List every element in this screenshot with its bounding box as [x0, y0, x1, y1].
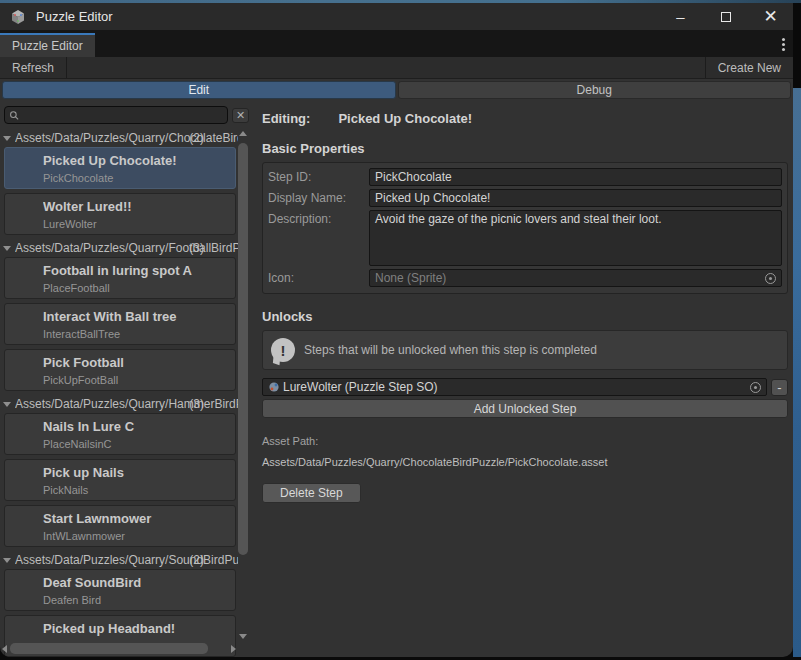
group-path: Assets/Data/Puzzles/Quarry/HammerBirdPuz… — [15, 397, 238, 411]
remove-unlocked-step-button[interactable]: - — [771, 379, 788, 396]
step-id-subtitle: InteractBallTree — [43, 328, 231, 340]
icon-object-field[interactable]: None (Sprite) — [369, 269, 782, 287]
scroll-left-icon[interactable] — [2, 645, 7, 653]
toolbar-divider — [66, 57, 67, 78]
close-button[interactable]: ✕ — [748, 3, 793, 30]
background-strip-right — [793, 88, 801, 657]
add-unlocked-step-button[interactable]: Add Unlocked Step — [262, 399, 788, 418]
unlocks-header: Unlocks — [262, 309, 788, 324]
puzzle-step-item[interactable]: Picked Up Chocolate!PickChocolate — [4, 147, 236, 189]
object-picker-icon[interactable] — [765, 273, 776, 284]
title-bar[interactable]: Puzzle Editor – ✕ — [0, 3, 793, 30]
puzzle-step-item[interactable]: Pick up NailsPickNails — [4, 459, 236, 501]
search-box[interactable] — [4, 106, 228, 124]
tab-label: Puzzle Editor — [12, 39, 83, 53]
step-list-sidebar: ✕ Assets/Data/Puzzles/Quarry/ChocolateBi… — [0, 101, 250, 657]
scroll-right-icon[interactable] — [231, 645, 236, 653]
foldout-triangle-icon — [3, 136, 11, 141]
delete-step-button[interactable]: Delete Step — [262, 483, 361, 503]
unlocks-helpbox: ! Steps that will be unlocked when this … — [262, 330, 788, 370]
toolbar: Refresh Create New — [0, 57, 793, 79]
group-path: Assets/Data/Puzzles/Quarry/SoundBirdPuzz… — [15, 553, 238, 567]
tab-puzzle-editor[interactable]: Puzzle Editor — [0, 33, 95, 57]
vertical-scroll-thumb[interactable] — [238, 143, 248, 555]
editing-value: Picked Up Chocolate! — [338, 111, 472, 126]
puzzle-step-item[interactable]: Interact With Ball treeInteractBallTree — [4, 303, 236, 345]
foldout-triangle-icon — [3, 246, 11, 251]
minimize-button[interactable]: – — [658, 3, 703, 30]
editing-label: Editing: — [262, 111, 310, 126]
step-id-subtitle: Deafen Bird — [43, 594, 231, 606]
tab-edit[interactable]: Edit — [2, 81, 396, 99]
cube-app-icon — [10, 9, 26, 25]
horizontal-scroll-thumb[interactable] — [10, 643, 208, 654]
tree-group-header[interactable]: Assets/Data/Puzzles/Quarry/ChocolateBird… — [0, 129, 238, 147]
kebab-menu-icon[interactable] — [782, 38, 785, 51]
puzzle-step-item[interactable]: Nails In Lure CPlaceNailsinC — [4, 413, 236, 455]
group-path: Assets/Data/Puzzles/Quarry/ChocolateBird… — [15, 131, 238, 145]
search-row: ✕ — [0, 101, 250, 128]
step-id-field[interactable]: PickChocolate — [369, 168, 782, 186]
step-title: Interact With Ball tree — [43, 309, 231, 324]
step-title: Wolter Lured!! — [43, 199, 231, 214]
step-id-subtitle: PlaceNailsinC — [43, 438, 231, 450]
window-title: Puzzle Editor — [36, 9, 113, 24]
search-clear-button[interactable]: ✕ — [232, 108, 249, 123]
asset-path-value: Assets/Data/Puzzles/Quarry/ChocolateBird… — [262, 456, 788, 468]
step-id-subtitle: PlaceFootball — [43, 282, 231, 294]
maximize-button[interactable] — [703, 3, 748, 30]
puzzle-step-item[interactable]: Football in luring spot APlaceFootball — [4, 257, 236, 299]
puzzle-editor-window: Puzzle Editor – ✕ Puzzle Editor Refresh … — [0, 3, 793, 657]
tree-group-header[interactable]: Assets/Data/Puzzles/Quarry/HammerBirdPuz… — [0, 395, 238, 413]
create-new-button[interactable]: Create New — [706, 57, 793, 78]
group-count: (3) — [189, 241, 204, 255]
group-count: (2) — [189, 553, 204, 567]
scroll-down-icon[interactable] — [239, 634, 247, 639]
unlocked-step-row: LureWolter (Puzzle Step SO) - — [262, 378, 788, 396]
step-id-label: Step ID: — [268, 168, 369, 186]
editor-tab-strip: Puzzle Editor — [0, 30, 793, 57]
vertical-scrollbar[interactable] — [238, 129, 249, 641]
step-title: Start Lawnmower — [43, 511, 231, 526]
puzzle-step-item[interactable]: Start LawnmowerIntWLawnmower — [4, 505, 236, 547]
unlocks-help-text: Steps that will be unlocked when this st… — [304, 343, 597, 357]
basic-properties-header: Basic Properties — [262, 141, 788, 156]
display-name-label: Display Name: — [268, 189, 369, 207]
step-id-subtitle: PickChocolate — [43, 172, 231, 184]
step-title: Football in luring spot A — [43, 263, 231, 278]
search-icon — [9, 110, 19, 121]
asset-tree: Assets/Data/Puzzles/Quarry/ChocolateBird… — [0, 128, 250, 657]
refresh-button[interactable]: Refresh — [0, 57, 66, 78]
info-icon: ! — [271, 338, 295, 362]
scroll-up-icon[interactable] — [239, 131, 247, 136]
tree-group-header[interactable]: Assets/Data/Puzzles/Quarry/SoundBirdPuzz… — [0, 551, 238, 569]
puzzle-step-item[interactable]: Pick FootballPickUpFootBall — [4, 349, 236, 391]
object-picker-icon[interactable] — [750, 382, 761, 393]
step-title: Pick up Nails — [43, 465, 231, 480]
unlocked-step-object-field[interactable]: LureWolter (Puzzle Step SO) — [262, 378, 767, 396]
scriptable-object-icon — [268, 381, 280, 393]
step-editor-panel: Editing: Picked Up Chocolate! Basic Prop… — [250, 101, 793, 657]
tab-debug[interactable]: Debug — [398, 81, 792, 99]
step-title: Pick Football — [43, 355, 231, 370]
mode-tab-bar: Edit Debug — [0, 79, 793, 101]
foldout-triangle-icon — [3, 402, 11, 407]
maximize-icon — [721, 12, 731, 22]
icon-field-value: None (Sprite) — [375, 270, 761, 286]
tree-group-header[interactable]: Assets/Data/Puzzles/Quarry/FootballBirdP… — [0, 239, 238, 257]
foldout-triangle-icon — [3, 558, 11, 563]
description-label: Description: — [268, 210, 369, 266]
puzzle-step-item[interactable]: Wolter Lured!!LureWolter — [4, 193, 236, 235]
search-input[interactable] — [19, 108, 223, 122]
group-count: (2) — [189, 131, 204, 145]
description-field[interactable]: Avoid the gaze of the picnic lovers and … — [369, 210, 782, 266]
asset-path-label: Asset Path: — [262, 435, 788, 447]
display-name-field[interactable]: Picked Up Chocolate! — [369, 189, 782, 207]
step-id-subtitle: IntWLawnmower — [43, 530, 231, 542]
horizontal-scrollbar[interactable] — [0, 642, 238, 655]
puzzle-step-item[interactable]: Deaf SoundBirdDeafen Bird — [4, 569, 236, 611]
step-title: Picked Up Chocolate! — [43, 153, 231, 168]
step-title: Picked up Headband! — [43, 621, 231, 636]
unlocked-step-name: LureWolter (Puzzle Step SO) — [283, 379, 746, 395]
step-title: Nails In Lure C — [43, 419, 231, 434]
